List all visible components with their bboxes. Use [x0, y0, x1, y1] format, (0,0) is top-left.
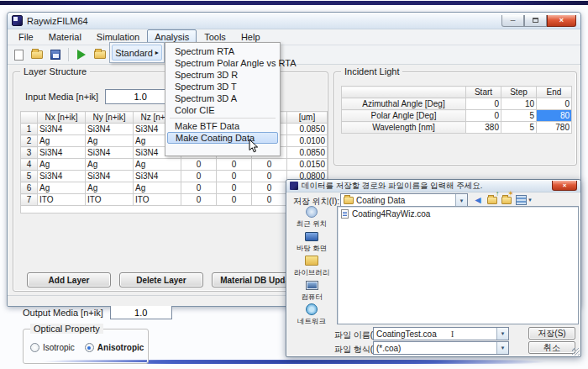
table-row: 4 Ag Ag Ag 0 0 0 0.0150 [21, 159, 328, 171]
maximize-button[interactable] [524, 15, 547, 27]
col-um[interactable]: [um] [287, 112, 328, 124]
menu-item-spectrum-polar-vs-rta[interactable]: Spectrum Polar Angle vs RTA [167, 57, 278, 69]
list-item[interactable]: Coating4RayWiz.coa [341, 209, 575, 219]
mouse-cursor-icon [249, 139, 259, 156]
window-title: RaywizFILM64 [27, 16, 88, 26]
minimize-icon: ─ [511, 17, 516, 24]
computer-icon [303, 278, 320, 292]
save-icon[interactable] [48, 48, 63, 62]
dropdown-arrow-icon[interactable]: ▼ [496, 328, 508, 340]
optical-property-group: Optical Property Isotropic Anisotropic [23, 329, 149, 364]
table-row: Azimuthal Angle [Deg] 0 10 0 [342, 98, 572, 110]
menu-item-spectrum-3d-r[interactable]: Spectrum 3D R [167, 69, 278, 81]
menu-item-color-cie[interactable]: Color CIE [167, 104, 278, 116]
close-icon: × [559, 16, 564, 24]
menu-item-spectrum-3d-t[interactable]: Spectrum 3D T [167, 81, 278, 92]
table-row: Polar Angle [Deg] 0 5 80 [342, 110, 572, 122]
anisotropic-label[interactable]: Anisotropic [97, 343, 144, 352]
save-file-dialog: 데이터를 저장할 경로와 파일이름을 입력해 주세요. × 저장 위치(I): … [286, 179, 581, 357]
open-file-icon[interactable] [29, 48, 45, 62]
layer-structure-title: Layer Structure [20, 66, 90, 76]
file-name-input[interactable]: CoatingTest.coa I ▼ [373, 327, 509, 340]
table-row: 5 Si3N4 Si3N4 Si3N4 0 0 0 0.0800 [21, 171, 328, 182]
col-end[interactable]: End [537, 87, 572, 98]
add-layer-button[interactable]: Add Layer [27, 272, 111, 287]
menu-item-make-btf-data[interactable]: Make BTF Data [167, 120, 278, 132]
optical-property-title: Optical Property [30, 324, 103, 334]
isotropic-radio[interactable] [30, 343, 39, 352]
col-step[interactable]: Step [501, 87, 537, 98]
back-icon[interactable]: ◄ [473, 193, 483, 207]
table-empty-row [21, 206, 328, 213]
anisotropic-radio[interactable] [85, 343, 94, 352]
standard-submenu: Spectrum RTA Spectrum Polar Angle vs RTA… [165, 42, 281, 156]
menu-separator [170, 118, 276, 119]
close-button[interactable]: × [547, 15, 576, 27]
app-icon [12, 15, 23, 26]
incident-header: Start Step End [342, 87, 572, 98]
output-media-field[interactable] [110, 305, 172, 319]
output-media-label: Output Media [n+ik] [23, 308, 103, 318]
resize-grip[interactable] [572, 348, 580, 356]
file-list[interactable]: Coating4RayWiz.coa [337, 206, 579, 324]
place-desktop[interactable]: 바탕 화면 [288, 229, 335, 254]
col-ny[interactable]: Ny [n+ik] [86, 112, 134, 124]
place-libraries[interactable]: 라이브러리 [288, 254, 335, 278]
title-bar[interactable]: RaywizFILM64 ─ × [8, 13, 580, 29]
menu-bar: File Material Simulation Analysis Tools … [8, 29, 580, 45]
up-folder-icon[interactable]: ↑ [487, 193, 497, 207]
table-row: Wavelength [nm] 380 5 780 [342, 122, 572, 134]
menu-item-spectrum-3d-a[interactable]: Spectrum 3D A [167, 92, 278, 104]
run-icon[interactable] [74, 48, 89, 62]
submenu-arrow-icon: ▸ [155, 49, 159, 56]
place-recent[interactable]: 최근 위치 [288, 205, 335, 229]
libraries-icon [303, 254, 320, 267]
delete-layer-button[interactable]: Delete Layer [119, 272, 203, 287]
table-row: 6 Ag Ag Ag 0 0 0 0.0100 [21, 182, 328, 194]
table-row: 7 ITO ITO ITO 0 0 0 [21, 194, 328, 206]
maximize-icon [533, 18, 538, 23]
close-icon: × [563, 182, 567, 189]
recent-places-icon [303, 205, 320, 219]
place-network[interactable]: 네트워크 [288, 303, 335, 327]
selected-cell[interactable]: 80 [537, 110, 572, 122]
dialog-toolbar: ◄ ↑ ✶ ▼ [473, 193, 533, 207]
file-icon [341, 209, 349, 219]
menu-file[interactable]: File [11, 29, 41, 45]
dropdown-arrow-icon[interactable]: ▼ [455, 194, 467, 207]
dialog-icon [290, 182, 298, 190]
text-cursor-icon: I [451, 329, 454, 339]
menu-item-spectrum-rta[interactable]: Spectrum RTA [167, 45, 278, 57]
new-folder-icon[interactable]: ✶ [501, 193, 512, 207]
menu-item-make-coating-data[interactable]: Make Coating Data [167, 132, 278, 144]
project-folder-icon[interactable] [92, 48, 108, 62]
desktop-top-stripe [0, 1, 588, 5]
menu-material[interactable]: Material [41, 29, 89, 45]
cancel-button[interactable]: 취소 [528, 341, 575, 354]
new-file-icon[interactable] [11, 48, 26, 62]
incident-table: Start Step End Azimuthal Angle [Deg] 0 1… [341, 86, 572, 134]
isotropic-label[interactable]: Isotropic [43, 343, 75, 352]
file-type-combo[interactable]: (*.coa) ▼ [373, 341, 509, 355]
analysis-dropdown: Standard ▸ [109, 42, 165, 63]
places-sidebar: 최근 위치 바탕 화면 라이브러리 컴퓨터 네트워크 [288, 205, 335, 327]
save-button[interactable]: 저장(S) [528, 327, 575, 340]
incident-light-title: Incident Light [341, 66, 402, 76]
col-start[interactable]: Start [466, 87, 501, 98]
col-nx[interactable]: Nx [n+ik] [38, 112, 86, 124]
toolbar-separator [68, 48, 69, 61]
dropdown-arrow-icon[interactable]: ▼ [496, 342, 508, 354]
dialog-close-button[interactable]: × [552, 181, 577, 191]
desktop-icon [303, 229, 320, 243]
incident-light-group: Incident Light Start Step End Azimuthal … [333, 71, 577, 166]
place-computer[interactable]: 컴퓨터 [288, 278, 335, 303]
folder-icon [344, 197, 354, 204]
dialog-title-bar[interactable]: 데이터를 저장할 경로와 파일이름을 입력해 주세요. × [286, 180, 580, 192]
dialog-title: 데이터를 저장할 경로와 파일이름을 입력해 주세요. [302, 181, 482, 192]
minimize-button[interactable]: ─ [501, 15, 524, 27]
input-media-label: Input Media [n+ik] [25, 92, 98, 102]
network-icon [303, 303, 320, 316]
menu-item-standard[interactable]: Standard ▸ [112, 45, 162, 61]
view-menu-icon[interactable]: ▼ [516, 193, 533, 207]
